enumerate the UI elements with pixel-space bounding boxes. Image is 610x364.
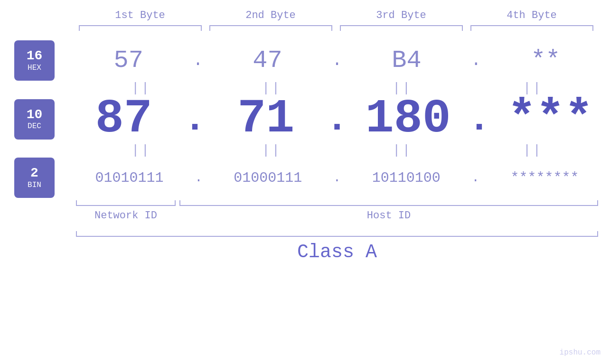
bin-dot1: . [195, 170, 203, 185]
hex-values: 57 . 47 . B4 . ** [64, 47, 610, 75]
hex-byte3: B4 [342, 47, 471, 75]
bin-byte2: 01000111 [203, 170, 333, 186]
hex-badge-label: HEX [28, 64, 41, 72]
bin-values: 01010111 . 01000111 . 10110100 . *******… [64, 170, 610, 186]
bottom-brackets [76, 200, 598, 206]
byte2-header: 2nd Byte [206, 9, 336, 25]
dec-badge-label: DEC [28, 122, 41, 131]
hex-byte2: 47 [203, 47, 332, 75]
hex-row: 16 HEX 57 . 47 . B4 . ** [0, 40, 610, 81]
network-bracket [76, 200, 176, 206]
dec-dot2: . [326, 98, 348, 141]
bin-badge-num: 2 [30, 166, 38, 181]
bin-dot3: . [471, 170, 479, 185]
host-bracket [179, 200, 598, 206]
hex-badge: 16 HEX [14, 40, 55, 81]
bin-badge-label: BIN [28, 181, 41, 189]
dec-dot1: . [183, 98, 206, 141]
dec-badge: 10 DEC [14, 99, 55, 140]
host-id-label: Host ID [179, 210, 598, 222]
hex-dot1: . [193, 51, 203, 70]
byte4-top-bracket [470, 25, 593, 31]
id-labels: Network ID Host ID [76, 210, 598, 222]
byte2-top-bracket [209, 25, 332, 31]
byte3-top-bracket [340, 25, 463, 31]
eq-row-2: || || || || [76, 143, 598, 158]
byte1-header: 1st Byte [75, 9, 206, 25]
dec-values: 87 . 71 . 180 . *** [64, 95, 610, 143]
hex-dot2: . [332, 51, 342, 70]
class-label: Class A [76, 242, 598, 263]
bin-row: 2 BIN 01010111 . 01000111 . 10110100 . *… [0, 158, 610, 198]
dec-byte2: 71 [206, 95, 326, 143]
watermark: ipshu.com [560, 348, 601, 357]
class-bracket-row [76, 231, 598, 237]
network-id-label: Network ID [76, 210, 176, 222]
eq7: || [337, 143, 468, 158]
eq6: || [206, 143, 337, 158]
eq8: || [468, 143, 598, 158]
bin-dot2: . [333, 170, 341, 185]
class-bracket [76, 231, 598, 237]
dec-badge-num: 10 [27, 108, 43, 122]
eq5: || [76, 143, 206, 158]
byte4-header: 4th Byte [467, 9, 597, 25]
bin-byte3: 10110100 [341, 170, 471, 186]
dec-dot3: . [468, 98, 490, 141]
bin-byte4: ******** [479, 170, 610, 186]
dec-byte1: 87 [64, 95, 183, 143]
hex-badge-num: 16 [27, 49, 43, 64]
dec-row: 10 DEC 87 . 71 . 180 . *** [0, 95, 610, 143]
byte1-top-bracket [79, 25, 202, 31]
hex-dot3: . [471, 51, 481, 70]
dec-byte3: 180 [348, 95, 468, 143]
hex-byte1: 57 [64, 47, 193, 75]
bin-badge: 2 BIN [14, 158, 55, 198]
bin-byte1: 01010111 [64, 170, 195, 186]
byte3-header: 3rd Byte [336, 9, 467, 25]
dec-byte4: *** [491, 95, 610, 143]
hex-byte4: ** [481, 47, 610, 75]
